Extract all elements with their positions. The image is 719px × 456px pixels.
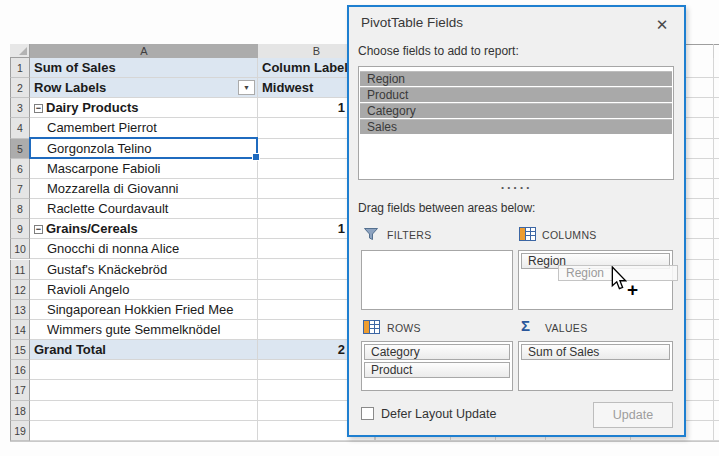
cell-A4[interactable]: Camembert Pierrot	[30, 118, 258, 138]
resize-gripper[interactable]: ·····	[349, 183, 684, 193]
row-header-8[interactable]: 8	[10, 199, 30, 219]
values-drop-area[interactable]: Sum of Sales	[518, 341, 673, 391]
drag-fields-label: Drag fields between areas below:	[358, 201, 535, 215]
row-header-7[interactable]: 7	[10, 179, 30, 199]
row-header-2[interactable]: 2	[10, 78, 30, 98]
cell-A2[interactable]: Row Labels▼	[30, 78, 258, 98]
app-window: A B 1Sum of SalesColumn Labels2Row Label…	[0, 0, 719, 456]
header-divider	[713, 44, 714, 58]
field-item-product[interactable]: Product	[360, 87, 672, 102]
pivottable-fields-panel: PivotTable Fields ✕ Choose fields to add…	[347, 5, 686, 437]
row-header-6[interactable]: 6	[10, 159, 30, 179]
row-header-13[interactable]: 13	[10, 300, 30, 320]
row-header-18[interactable]: 18	[10, 401, 30, 421]
field-item-region[interactable]: Region	[360, 71, 672, 86]
column-header-a[interactable]: A	[30, 44, 258, 59]
close-icon[interactable]: ✕	[652, 15, 672, 35]
update-button[interactable]: Update	[593, 402, 673, 428]
row-header-15[interactable]: 15	[10, 340, 30, 360]
field-item-category[interactable]: Category	[360, 103, 672, 118]
gridline-v	[713, 58, 714, 441]
select-all-triangle-icon	[19, 47, 27, 55]
sigma-icon: Σ	[521, 318, 530, 333]
rows-pill-category[interactable]: Category	[364, 344, 510, 360]
field-list: RegionProductCategorySales	[358, 66, 674, 180]
row-header-5[interactable]: 5	[10, 139, 30, 159]
row-header-4[interactable]: 4	[10, 118, 30, 138]
cell-A9[interactable]: −Grains/Cereals	[30, 219, 258, 239]
row-header-17[interactable]: 17	[10, 380, 30, 400]
filter-dropdown-button[interactable]: ▼	[238, 80, 255, 95]
columns-area-label: COLUMNS	[542, 229, 597, 241]
sheet-bottom-border	[10, 441, 719, 442]
values-pill-sum-of-sales[interactable]: Sum of Sales	[521, 344, 670, 360]
defer-layout-checkbox[interactable]	[361, 407, 374, 420]
select-all-corner[interactable]	[10, 44, 30, 58]
filter-funnel-icon	[363, 226, 379, 242]
values-area-label: VALUES	[545, 322, 587, 334]
row-header-12[interactable]: 12	[10, 280, 30, 300]
rows-pill-product[interactable]: Product	[364, 362, 510, 378]
cell-A14[interactable]: Wimmers gute Semmelknödel	[30, 320, 258, 340]
mouse-cursor-icon	[611, 266, 627, 292]
collapse-icon[interactable]: −	[34, 225, 43, 234]
row-header-19[interactable]: 19	[10, 421, 30, 441]
row-header-14[interactable]: 14	[10, 320, 30, 340]
field-item-sales[interactable]: Sales	[360, 119, 672, 134]
row-header-16[interactable]: 16	[10, 360, 30, 380]
row-header-9[interactable]: 9	[10, 219, 30, 239]
cell-A1[interactable]: Sum of Sales	[30, 58, 258, 78]
row-header-10[interactable]: 10	[10, 239, 30, 259]
columns-table-icon	[519, 227, 536, 241]
cell-A17[interactable]	[30, 380, 258, 400]
cell-A15[interactable]: Grand Total	[30, 340, 258, 360]
collapse-icon[interactable]: −	[34, 104, 43, 113]
cell-A6[interactable]: Mascarpone Fabioli	[30, 159, 258, 179]
row-header-1[interactable]: 1	[10, 58, 30, 78]
copy-plus-indicator: +	[627, 279, 638, 301]
rows-drop-area[interactable]: CategoryProduct	[361, 341, 513, 391]
choose-fields-label: Choose fields to add to report:	[358, 44, 519, 58]
rows-area-label: ROWS	[387, 322, 421, 334]
cell-A5[interactable]: Gorgonzola Telino	[30, 139, 258, 159]
cell-A18[interactable]	[30, 401, 258, 421]
cell-A7[interactable]: Mozzarella di Giovanni	[30, 179, 258, 199]
cell-A8[interactable]: Raclette Courdavault	[30, 199, 258, 219]
cell-A12[interactable]: Ravioli Angelo	[30, 280, 258, 300]
cell-A11[interactable]: Gustaf's Knäckebröd	[30, 260, 258, 280]
panel-title: PivotTable Fields	[361, 15, 463, 30]
filters-drop-area[interactable]	[361, 250, 513, 310]
defer-layout-label: Defer Layout Update	[381, 407, 496, 421]
row-header-3[interactable]: 3	[10, 98, 30, 118]
cell-A19[interactable]	[30, 421, 258, 441]
cell-A16[interactable]	[30, 360, 258, 380]
rows-table-icon	[363, 320, 380, 334]
cell-A3[interactable]: −Dairy Products	[30, 98, 258, 118]
cell-A10[interactable]: Gnocchi di nonna Alice	[30, 239, 258, 259]
cell-A13[interactable]: Singaporean Hokkien Fried Mee	[30, 300, 258, 320]
row-header-11[interactable]: 11	[10, 260, 30, 280]
filters-area-label: FILTERS	[387, 229, 432, 241]
